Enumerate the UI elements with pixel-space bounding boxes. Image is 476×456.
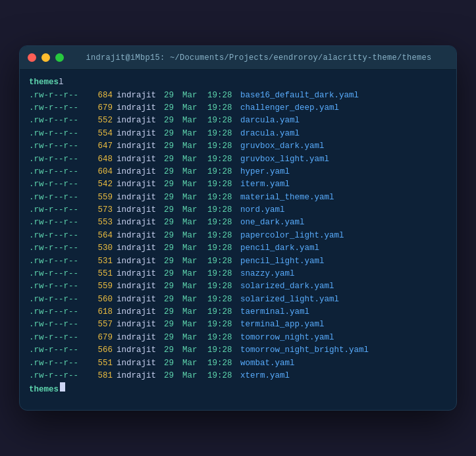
file-user: indrajit — [117, 332, 164, 344]
close-button[interactable] — [28, 53, 36, 62]
file-time: 19:28 — [207, 332, 240, 344]
file-day: 29 — [164, 191, 182, 204]
file-user: indrajit — [117, 102, 164, 114]
file-day: 29 — [164, 102, 182, 114]
prompt-dir-1: themes — [29, 76, 59, 89]
list-item: .rw-r--r--679 indrajit 29 Mar 19:28 tomo… — [29, 332, 447, 344]
file-size: 551 — [92, 357, 117, 370]
file-name: xterm.yaml — [240, 370, 290, 382]
file-user: indrajit — [117, 370, 164, 382]
file-time: 19:28 — [207, 153, 240, 166]
file-user: indrajit — [117, 344, 164, 357]
file-size: 573 — [92, 204, 117, 216]
file-user: indrajit — [117, 204, 164, 216]
prompt-cmd-1: l — [59, 76, 64, 89]
file-time: 19:28 — [207, 268, 240, 280]
file-perm: .rw-r--r-- — [29, 318, 92, 331]
file-user: indrajit — [117, 293, 164, 306]
file-month: Mar — [182, 140, 207, 153]
file-perm: .rw-r--r-- — [29, 293, 92, 306]
file-perm: .rw-r--r-- — [29, 89, 92, 102]
file-time: 19:28 — [207, 178, 240, 191]
list-item: .rw-r--r--647 indrajit 29 Mar 19:28 gruv… — [29, 140, 447, 153]
file-size: 618 — [92, 306, 117, 318]
file-name: taerminal.yaml — [240, 306, 309, 318]
list-item: .rw-r--r--530 indrajit 29 Mar 19:28 penc… — [29, 242, 447, 255]
file-list: .rw-r--r--684 indrajit 29 Mar 19:28 base… — [29, 89, 447, 383]
file-time: 19:28 — [207, 191, 240, 204]
list-item: .rw-r--r--618 indrajit 29 Mar 19:28 taer… — [29, 306, 447, 318]
file-size: 542 — [92, 178, 117, 191]
list-item: .rw-r--r--551 indrajit 29 Mar 19:28 womb… — [29, 357, 447, 370]
file-month: Mar — [182, 178, 207, 191]
file-user: indrajit — [117, 306, 164, 318]
file-time: 19:28 — [207, 216, 240, 229]
file-perm: .rw-r--r-- — [29, 153, 92, 166]
file-month: Mar — [182, 318, 207, 331]
file-name: gruvbox_dark.yaml — [240, 140, 325, 153]
file-day: 29 — [164, 318, 182, 331]
file-size: 559 — [92, 191, 117, 204]
file-month: Mar — [182, 280, 207, 293]
list-item: .rw-r--r--604 indrajit 29 Mar 19:28 hype… — [29, 166, 447, 178]
file-day: 29 — [164, 344, 182, 357]
file-size: 551 — [92, 268, 117, 280]
file-time: 19:28 — [207, 255, 240, 268]
minimize-button[interactable] — [41, 53, 50, 62]
file-month: Mar — [182, 230, 207, 242]
list-item: .rw-r--r--553 indrajit 29 Mar 19:28 one_… — [29, 216, 447, 229]
file-time: 19:28 — [207, 293, 240, 306]
file-month: Mar — [182, 153, 207, 166]
file-day: 29 — [164, 153, 182, 166]
maximize-button[interactable] — [55, 53, 64, 62]
file-user: indrajit — [117, 153, 164, 166]
file-name: solarized_dark.yaml — [240, 280, 334, 293]
file-name: iterm.yaml — [240, 178, 290, 191]
file-month: Mar — [182, 370, 207, 382]
file-day: 29 — [164, 89, 182, 102]
file-name: one_dark.yaml — [240, 216, 305, 229]
file-user: indrajit — [117, 216, 164, 229]
file-month: Mar — [182, 191, 207, 204]
file-name: wombat.yaml — [240, 357, 295, 370]
file-size: 679 — [92, 102, 117, 114]
list-item: .rw-r--r--573 indrajit 29 Mar 19:28 nord… — [29, 204, 447, 216]
file-perm: .rw-r--r-- — [29, 332, 92, 344]
file-user: indrajit — [117, 166, 164, 178]
file-time: 19:28 — [207, 280, 240, 293]
file-month: Mar — [182, 293, 207, 306]
file-size: 553 — [92, 216, 117, 229]
file-perm: .rw-r--r-- — [29, 128, 92, 140]
file-perm: .rw-r--r-- — [29, 140, 92, 153]
file-perm: .rw-r--r-- — [29, 230, 92, 242]
file-name: tomorrow_night_bright.yaml — [240, 344, 369, 357]
file-name: pencil_light.yaml — [240, 255, 325, 268]
file-time: 19:28 — [207, 128, 240, 140]
file-perm: .rw-r--r-- — [29, 280, 92, 293]
file-user: indrajit — [117, 128, 164, 140]
file-month: Mar — [182, 357, 207, 370]
file-perm: .rw-r--r-- — [29, 166, 92, 178]
window-title: indrajit@iMbp15: ~/Documents/Projects/ee… — [69, 53, 448, 63]
file-time: 19:28 — [207, 318, 240, 331]
file-user: indrajit — [117, 268, 164, 280]
file-user: indrajit — [117, 114, 164, 127]
terminal-window: indrajit@iMbp15: ~/Documents/Projects/ee… — [19, 45, 457, 410]
file-day: 29 — [164, 293, 182, 306]
list-item: .rw-r--r--560 indrajit 29 Mar 19:28 sola… — [29, 293, 447, 306]
file-name: terminal_app.yaml — [240, 318, 325, 331]
file-month: Mar — [182, 242, 207, 255]
file-name: gruvbox_light.yaml — [240, 153, 329, 166]
file-name: challenger_deep.yaml — [240, 102, 339, 114]
file-perm: .rw-r--r-- — [29, 178, 92, 191]
file-month: Mar — [182, 344, 207, 357]
file-day: 29 — [164, 204, 182, 216]
terminal-body[interactable]: themes l .rw-r--r--684 indrajit 29 Mar 1… — [20, 70, 456, 409]
file-month: Mar — [182, 268, 207, 280]
file-perm: .rw-r--r-- — [29, 114, 92, 127]
file-time: 19:28 — [207, 242, 240, 255]
list-item: .rw-r--r--551 indrajit 29 Mar 19:28 snaz… — [29, 268, 447, 280]
file-time: 19:28 — [207, 344, 240, 357]
file-day: 29 — [164, 357, 182, 370]
file-time: 19:28 — [207, 140, 240, 153]
